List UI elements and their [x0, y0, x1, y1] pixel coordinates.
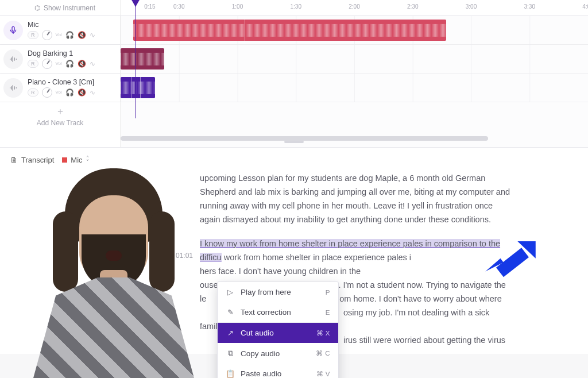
fx-icon[interactable]: ∿	[90, 89, 95, 96]
transcript-source-selector[interactable]: Mic ˄˅	[62, 156, 88, 164]
transcript-timestamp[interactable]: 01:01	[167, 252, 193, 260]
menu-shortcut: ⌘ V	[316, 370, 330, 378]
document-icon: 🗎	[10, 156, 18, 164]
audio-clip[interactable]	[121, 48, 164, 70]
copy-icon: ⧉	[226, 349, 235, 358]
speaker-column	[10, 171, 183, 348]
waveform-icon	[121, 52, 164, 65]
show-instrument-label: Show Instrument	[44, 4, 95, 12]
menu-item-paste-audio[interactable]: 📋 Paste audio ⌘ V	[218, 364, 338, 378]
menu-shortcut: ⌘ X	[316, 329, 330, 337]
audio-clip[interactable]	[133, 20, 446, 41]
menu-item-copy-audio[interactable]: ⧉ Copy audio ⌘ C	[218, 343, 338, 364]
mute-icon[interactable]: 🔇	[78, 60, 86, 67]
audio-clip[interactable]	[121, 77, 155, 98]
headphones-icon[interactable]: 🎧	[65, 89, 74, 96]
track-controls: R Vol 🎧 🔇 ∿	[28, 59, 115, 69]
menu-item-label: Paste audio	[241, 369, 281, 378]
waveform-icon	[3, 49, 23, 69]
fx-icon[interactable]: ∿	[90, 60, 95, 67]
track-row: Mic R Vol 🎧 🔇 ∿	[0, 16, 588, 45]
pencil-icon: ✎	[226, 308, 235, 317]
track-header[interactable]: Piano - Clone 3 [Cm] R Vol 🎧 🔇 ∿	[0, 74, 121, 102]
timeline-tick-label: 2:00	[349, 3, 359, 10]
record-dot-icon	[167, 253, 171, 258]
menu-item-label: Copy audio	[241, 349, 280, 358]
timeline-tick-label: 3:00	[466, 3, 477, 10]
record-arm-toggle[interactable]: R	[28, 31, 38, 39]
transcript-source-label: Mic	[71, 156, 82, 164]
track-row: Dog Barking 1 R Vol 🎧 🔇 ∿	[0, 45, 588, 74]
context-menu: ▷ Play from here P ✎ Text correction E ↗…	[217, 281, 339, 378]
waveform-icon	[133, 24, 446, 36]
menu-item-cut-audio[interactable]: ↗ Cut audio ⌘ X	[218, 322, 338, 343]
timeline-tick-label: 0:30	[173, 3, 184, 10]
empty-lane	[121, 102, 588, 130]
add-track-row: ＋ Add New Track	[0, 102, 588, 130]
mute-icon[interactable]: 🔇	[78, 32, 86, 38]
play-icon: ▷	[226, 288, 235, 296]
volume-knob[interactable]	[42, 87, 52, 98]
volume-label: Vol	[56, 33, 62, 37]
track-lane[interactable]	[121, 74, 588, 102]
timeline-tick-label: 0:15	[144, 3, 155, 10]
plus-icon: ＋	[56, 106, 65, 118]
fx-icon[interactable]: ∿	[90, 32, 95, 38]
headphones-icon[interactable]: 🎧	[65, 32, 74, 38]
track-name: Mic	[28, 21, 115, 29]
record-dot-icon	[62, 157, 67, 163]
timeline-tick-label: 1:30	[291, 3, 301, 10]
volume-label: Vol	[56, 90, 62, 95]
volume-knob[interactable]	[42, 30, 52, 40]
track-header[interactable]: Dog Barking 1 R Vol 🎧 🔇 ∿	[0, 45, 121, 73]
track-lane[interactable]	[121, 16, 588, 44]
track-controls: R Vol 🎧 🔇 ∿	[28, 30, 115, 40]
menu-item-label: Cut audio	[241, 329, 274, 337]
track-name: Dog Barking 1	[28, 49, 115, 57]
headphones-icon[interactable]: 🎧	[65, 60, 74, 67]
record-arm-toggle[interactable]: R	[28, 88, 38, 97]
transcript-paragraph[interactable]: upcoming Lesson plan for my students are…	[200, 171, 510, 226]
chevron-up-down-icon: ˄˅	[86, 157, 89, 164]
timeline-tick-label: 3:30	[524, 3, 535, 10]
scroll-row	[0, 130, 588, 147]
add-track-button[interactable]: ＋ Add New Track	[0, 102, 121, 130]
mic-icon	[3, 21, 23, 40]
sliders-icon: ⌬	[34, 4, 40, 12]
cut-icon: ↗	[226, 329, 235, 337]
menu-item-label: Text correction	[241, 308, 291, 317]
horizontal-scrollbar[interactable]	[121, 130, 588, 147]
menu-item-play-from-here[interactable]: ▷ Play from here P	[218, 282, 338, 302]
menu-item-label: Play from here	[241, 288, 291, 296]
timeline-tick-label: 2:30	[407, 3, 418, 10]
menu-shortcut: ⌘ C	[316, 349, 330, 357]
transcript-tab[interactable]: 🗎 Transcript	[10, 156, 54, 164]
menu-shortcut: P	[326, 289, 330, 296]
playhead[interactable]	[136, 0, 136, 118]
waveform-icon	[3, 78, 23, 98]
track-row: Piano - Clone 3 [Cm] R Vol 🎧 🔇 ∿	[0, 74, 588, 102]
paste-icon: 📋	[226, 369, 235, 378]
show-instrument-button[interactable]: ⌬ Show Instrument	[0, 0, 121, 16]
volume-knob[interactable]	[42, 59, 52, 69]
timeline-ruler[interactable]: 0:150:301:001:302:002:303:003:304:00	[121, 0, 588, 16]
add-track-label: Add New Track	[37, 119, 83, 127]
timeline-row: ⌬ Show Instrument 0:150:301:001:302:002:…	[0, 0, 588, 16]
svg-rect-0	[12, 26, 14, 31]
volume-label: Vol	[56, 61, 62, 66]
transcript-header: 🗎 Transcript Mic ˄˅	[10, 156, 578, 164]
menu-item-text-correction[interactable]: ✎ Text correction E	[218, 302, 338, 322]
menu-shortcut: E	[326, 309, 330, 316]
track-controls: R Vol 🎧 🔇 ∿	[28, 87, 115, 98]
mute-icon[interactable]: 🔇	[78, 89, 86, 96]
panel-drag-handle[interactable]	[284, 141, 304, 143]
track-name: Piano - Clone 3 [Cm]	[28, 78, 115, 86]
audio-editor: ⌬ Show Instrument 0:150:301:001:302:002:…	[0, 0, 588, 147]
track-lane[interactable]	[121, 45, 588, 73]
timeline-tick-label: 1:00	[232, 3, 243, 10]
timestamp-value: 01:01	[176, 252, 193, 260]
record-arm-toggle[interactable]: R	[28, 60, 38, 68]
transcript-label: Transcript	[21, 156, 54, 164]
waveform-icon	[121, 81, 155, 94]
track-header[interactable]: Mic R Vol 🎧 🔇 ∿	[0, 16, 121, 44]
